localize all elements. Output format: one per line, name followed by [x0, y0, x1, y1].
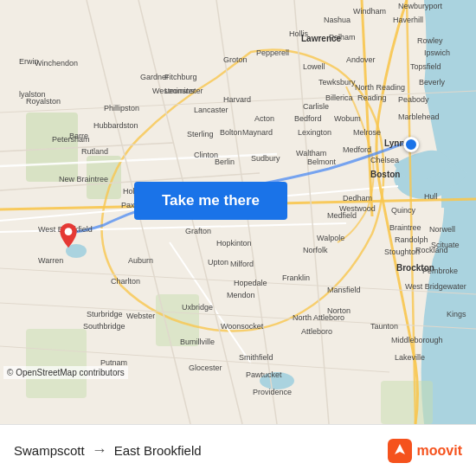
destination-label: East Brookfield: [114, 443, 202, 458]
moovit-logo: moovit: [388, 439, 462, 463]
svg-rect-8: [26, 329, 87, 398]
origin-pin: [59, 223, 78, 251]
destination-pin: [403, 137, 419, 152]
bottom-bar: Swampscott → East Brookfield moovit: [0, 424, 476, 476]
take-me-there-button[interactable]: Take me there: [134, 182, 287, 220]
arrow-icon: →: [92, 441, 107, 460]
moovit-icon: [388, 439, 412, 463]
moovit-text: moovit: [417, 443, 462, 459]
svg-point-26: [65, 228, 73, 235]
origin-label: Swampscott: [14, 443, 85, 458]
svg-point-3: [260, 372, 294, 389]
route-info: Swampscott → East Brookfield: [14, 441, 202, 460]
map-container: Lawrence Newburyport Haverhill Nashua Wi…: [0, 0, 476, 424]
attribution-text: © OpenStreetMap contributors: [3, 366, 128, 379]
svg-rect-7: [381, 381, 433, 424]
svg-rect-4: [26, 113, 78, 182]
